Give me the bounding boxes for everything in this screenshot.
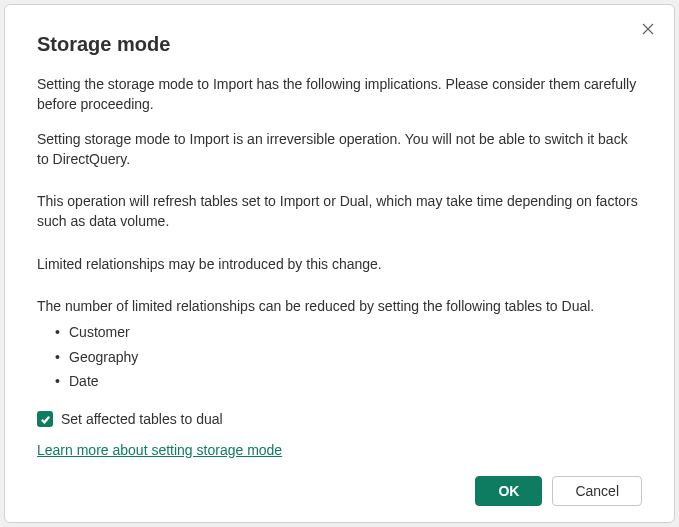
close-button[interactable] (638, 19, 658, 39)
tables-list: Customer Geography Date (55, 322, 642, 391)
reduce-text: The number of limited relationships can … (37, 296, 642, 316)
learn-more-link[interactable]: Learn more about setting storage mode (37, 440, 282, 460)
set-dual-checkbox-row: Set affected tables to dual (37, 409, 642, 429)
limited-text: Limited relationships may be introduced … (37, 254, 642, 274)
dialog-title: Storage mode (37, 33, 642, 56)
ok-button[interactable]: OK (475, 476, 542, 506)
list-item: Date (55, 371, 642, 391)
close-icon (642, 23, 654, 35)
checkmark-icon (40, 414, 51, 425)
storage-mode-dialog: Storage mode Setting the storage mode to… (4, 4, 675, 523)
intro-text: Setting the storage mode to Import has t… (37, 74, 642, 115)
irreversible-text: Setting storage mode to Import is an irr… (37, 129, 642, 170)
refresh-text: This operation will refresh tables set t… (37, 191, 642, 232)
set-dual-checkbox-label[interactable]: Set affected tables to dual (61, 409, 223, 429)
dialog-footer: OK Cancel (37, 460, 642, 506)
list-item: Geography (55, 347, 642, 367)
dialog-content: Setting the storage mode to Import has t… (37, 74, 642, 460)
set-dual-checkbox[interactable] (37, 411, 53, 427)
list-item: Customer (55, 322, 642, 342)
cancel-button[interactable]: Cancel (552, 476, 642, 506)
